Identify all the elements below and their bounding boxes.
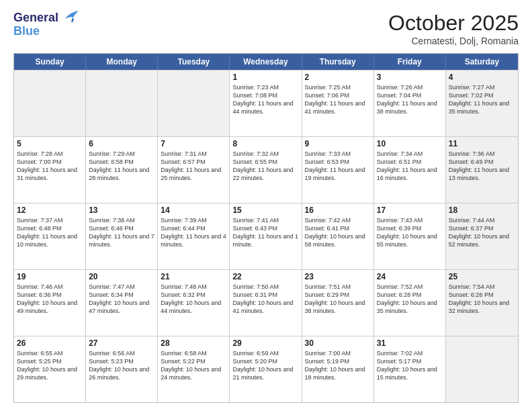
cal-cell: 31Sunrise: 7:02 AM Sunset: 5:17 PM Dayli… (374, 336, 446, 402)
cal-cell: 18Sunrise: 7:44 AM Sunset: 6:37 PM Dayli… (446, 203, 518, 269)
day-number: 30 (305, 338, 371, 348)
cal-cell (446, 336, 518, 402)
day-number: 3 (377, 73, 443, 82)
cal-cell: 4Sunrise: 7:27 AM Sunset: 7:02 PM Daylig… (446, 71, 518, 136)
cal-cell: 15Sunrise: 7:41 AM Sunset: 6:43 PM Dayli… (230, 203, 302, 269)
cell-info: Sunrise: 7:23 AM Sunset: 7:08 PM Dayligh… (232, 83, 298, 116)
day-header-saturday: Saturday (446, 54, 518, 70)
day-number: 7 (161, 139, 226, 148)
logo-blue-text: Blue (13, 24, 40, 38)
cal-cell: 23Sunrise: 7:51 AM Sunset: 6:29 PM Dayli… (302, 270, 374, 336)
cal-cell: 8Sunrise: 7:32 AM Sunset: 6:55 PM Daylig… (230, 137, 302, 203)
cal-cell: 17Sunrise: 7:43 AM Sunset: 6:39 PM Dayli… (374, 203, 446, 269)
week-row-3: 19Sunrise: 7:46 AM Sunset: 6:36 PM Dayli… (14, 269, 518, 336)
cell-info: Sunrise: 7:50 AM Sunset: 6:31 PM Dayligh… (232, 283, 298, 316)
cell-info: Sunrise: 7:36 AM Sunset: 6:49 PM Dayligh… (449, 150, 515, 183)
day-header-monday: Monday (86, 54, 158, 70)
calendar-body: 1Sunrise: 7:23 AM Sunset: 7:08 PM Daylig… (14, 70, 518, 402)
cell-info: Sunrise: 7:41 AM Sunset: 6:43 PM Dayligh… (232, 216, 298, 249)
day-number: 13 (89, 205, 154, 215)
cal-cell: 28Sunrise: 6:58 AM Sunset: 5:22 PM Dayli… (158, 336, 230, 402)
cal-cell: 30Sunrise: 7:00 AM Sunset: 5:19 PM Dayli… (302, 336, 374, 402)
cal-cell: 16Sunrise: 7:42 AM Sunset: 6:41 PM Dayli… (302, 203, 374, 269)
cell-info: Sunrise: 7:25 AM Sunset: 7:06 PM Dayligh… (305, 83, 371, 116)
header: General Blue October 2025 Cernatesti, Do… (13, 11, 519, 46)
day-header-friday: Friday (374, 54, 446, 70)
cell-info: Sunrise: 7:47 AM Sunset: 6:34 PM Dayligh… (89, 283, 154, 316)
cell-info: Sunrise: 6:58 AM Sunset: 5:22 PM Dayligh… (161, 349, 226, 382)
cell-info: Sunrise: 7:26 AM Sunset: 7:04 PM Dayligh… (377, 83, 443, 116)
day-number: 4 (449, 73, 515, 82)
day-number: 28 (161, 338, 226, 348)
cal-cell: 12Sunrise: 7:37 AM Sunset: 6:48 PM Dayli… (14, 203, 86, 269)
day-number: 18 (449, 205, 515, 215)
day-number: 12 (17, 205, 83, 215)
cal-cell: 3Sunrise: 7:26 AM Sunset: 7:04 PM Daylig… (374, 71, 446, 136)
cell-info: Sunrise: 7:31 AM Sunset: 6:57 PM Dayligh… (161, 150, 226, 183)
cell-info: Sunrise: 6:55 AM Sunset: 5:25 PM Dayligh… (17, 349, 83, 382)
cell-info: Sunrise: 7:33 AM Sunset: 6:53 PM Dayligh… (305, 150, 371, 183)
day-number: 8 (232, 139, 298, 148)
cal-cell: 11Sunrise: 7:36 AM Sunset: 6:49 PM Dayli… (446, 137, 518, 203)
cell-info: Sunrise: 7:44 AM Sunset: 6:37 PM Dayligh… (449, 216, 515, 249)
cell-info: Sunrise: 7:37 AM Sunset: 6:48 PM Dayligh… (17, 216, 83, 249)
cell-info: Sunrise: 7:27 AM Sunset: 7:02 PM Dayligh… (449, 83, 515, 116)
day-number: 21 (161, 272, 226, 281)
day-number: 11 (449, 139, 515, 148)
day-number: 5 (17, 139, 83, 148)
cal-cell (158, 71, 230, 136)
cal-cell: 10Sunrise: 7:34 AM Sunset: 6:51 PM Dayli… (374, 137, 446, 203)
logo: General Blue (13, 11, 80, 38)
day-header-sunday: Sunday (14, 54, 86, 70)
cal-cell: 14Sunrise: 7:39 AM Sunset: 6:44 PM Dayli… (158, 203, 230, 269)
cell-info: Sunrise: 7:54 AM Sunset: 6:26 PM Dayligh… (449, 283, 515, 316)
cal-cell: 5Sunrise: 7:28 AM Sunset: 7:00 PM Daylig… (14, 137, 86, 203)
cal-cell: 7Sunrise: 7:31 AM Sunset: 6:57 PM Daylig… (158, 137, 230, 203)
cal-cell: 13Sunrise: 7:38 AM Sunset: 6:46 PM Dayli… (86, 203, 158, 269)
day-number: 16 (305, 205, 371, 215)
day-number: 27 (89, 338, 154, 348)
cal-cell: 20Sunrise: 7:47 AM Sunset: 6:34 PM Dayli… (86, 270, 158, 336)
day-number: 9 (305, 139, 371, 148)
day-number: 20 (89, 272, 154, 281)
cal-cell (86, 71, 158, 136)
cell-info: Sunrise: 7:43 AM Sunset: 6:39 PM Dayligh… (377, 216, 443, 249)
month-title: October 2025 (388, 11, 519, 36)
cell-info: Sunrise: 7:52 AM Sunset: 6:28 PM Dayligh… (377, 283, 443, 316)
day-header-thursday: Thursday (302, 54, 374, 70)
logo-bird-icon (60, 9, 80, 26)
location: Cernatesti, Dolj, Romania (388, 36, 519, 46)
week-row-0: 1Sunrise: 7:23 AM Sunset: 7:08 PM Daylig… (14, 70, 518, 136)
cell-info: Sunrise: 7:00 AM Sunset: 5:19 PM Dayligh… (305, 349, 371, 382)
day-number: 23 (305, 272, 371, 281)
cell-info: Sunrise: 7:39 AM Sunset: 6:44 PM Dayligh… (161, 216, 226, 249)
day-number: 19 (17, 272, 83, 281)
cell-info: Sunrise: 6:56 AM Sunset: 5:23 PM Dayligh… (89, 349, 154, 382)
day-number: 31 (377, 338, 443, 348)
logo-text: General (13, 11, 58, 25)
day-number: 15 (232, 205, 298, 215)
day-number: 6 (89, 139, 154, 148)
day-number: 24 (377, 272, 443, 281)
cal-cell: 24Sunrise: 7:52 AM Sunset: 6:28 PM Dayli… (374, 270, 446, 336)
cal-cell: 1Sunrise: 7:23 AM Sunset: 7:08 PM Daylig… (230, 71, 302, 136)
day-number: 29 (232, 338, 298, 348)
cal-cell: 27Sunrise: 6:56 AM Sunset: 5:23 PM Dayli… (86, 336, 158, 402)
day-number: 14 (161, 205, 226, 215)
day-number: 22 (232, 272, 298, 281)
week-row-1: 5Sunrise: 7:28 AM Sunset: 7:00 PM Daylig… (14, 136, 518, 203)
week-row-4: 26Sunrise: 6:55 AM Sunset: 5:25 PM Dayli… (14, 336, 518, 402)
cell-info: Sunrise: 7:51 AM Sunset: 6:29 PM Dayligh… (305, 283, 371, 316)
cell-info: Sunrise: 6:59 AM Sunset: 5:20 PM Dayligh… (232, 349, 298, 382)
page: General Blue October 2025 Cernatesti, Do… (0, 0, 532, 411)
cell-info: Sunrise: 7:34 AM Sunset: 6:51 PM Dayligh… (377, 150, 443, 183)
cell-info: Sunrise: 7:38 AM Sunset: 6:46 PM Dayligh… (89, 216, 154, 249)
calendar-header: SundayMondayTuesdayWednesdayThursdayFrid… (14, 54, 518, 70)
cell-info: Sunrise: 7:28 AM Sunset: 7:00 PM Dayligh… (17, 150, 83, 183)
cal-cell: 9Sunrise: 7:33 AM Sunset: 6:53 PM Daylig… (302, 137, 374, 203)
title-block: October 2025 Cernatesti, Dolj, Romania (388, 11, 519, 46)
cell-info: Sunrise: 7:42 AM Sunset: 6:41 PM Dayligh… (305, 216, 371, 249)
calendar: SundayMondayTuesdayWednesdayThursdayFrid… (13, 53, 519, 403)
day-number: 17 (377, 205, 443, 215)
cal-cell: 29Sunrise: 6:59 AM Sunset: 5:20 PM Dayli… (230, 336, 302, 402)
